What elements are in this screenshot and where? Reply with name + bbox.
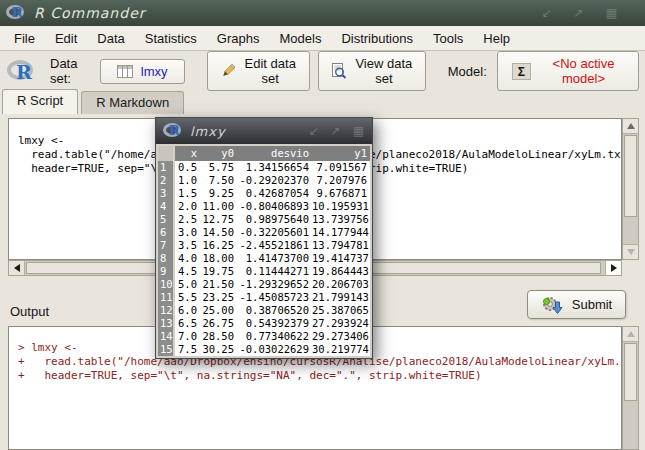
- column-header-desvio: desvio: [237, 146, 312, 161]
- title-bar: R R Commander: [0, 0, 645, 26]
- scroll-right-icon[interactable]: [605, 261, 621, 275]
- menu-item[interactable]: Distributions: [331, 27, 423, 50]
- cell-desvio: -0.80406893: [237, 200, 312, 213]
- menu-item[interactable]: Graphs: [207, 27, 270, 50]
- unmaximize-icon[interactable]: [542, 7, 552, 19]
- menu-item[interactable]: File: [4, 27, 45, 50]
- view-dataset-button[interactable]: View data set: [318, 51, 426, 91]
- menu-grid-icon[interactable]: [353, 125, 364, 137]
- cell-y0: 9.25: [200, 187, 237, 200]
- column-header-y0: y0: [200, 146, 237, 161]
- data-viewer-title-bar[interactable]: R lmxy: [156, 118, 372, 144]
- scrollbar-thumb[interactable]: [624, 343, 637, 401]
- script-tabs: R Script R Markdown: [0, 91, 645, 114]
- row-number-cell: 10: [158, 278, 175, 291]
- model-label: Model:: [448, 64, 487, 79]
- table-row: 6 3.0 14.50 -0.32205601 14.177944: [158, 226, 370, 239]
- cell-y1: 20.206703: [312, 278, 370, 291]
- cell-y1: 7.091567: [312, 161, 370, 174]
- row-number-cell: 14: [158, 330, 175, 343]
- table-row: 7 3.5 16.25 -2.45521861 13.794781: [158, 239, 370, 252]
- row-number-cell: 1: [158, 161, 175, 174]
- tab-r-script[interactable]: R Script: [2, 89, 78, 114]
- table-row: 9 4.5 19.75 0.11444271 19.864443: [158, 265, 370, 278]
- scroll-up-icon[interactable]: [623, 119, 638, 134]
- cell-desvio: 0.77340622: [237, 330, 312, 343]
- cell-y0: 18.00: [200, 252, 237, 265]
- scroll-up-icon[interactable]: [623, 327, 638, 342]
- scroll-left-icon[interactable]: [9, 261, 25, 275]
- maximize-icon[interactable]: [574, 7, 584, 19]
- cell-x: 1.5: [175, 187, 200, 200]
- cell-y1: 7.207976: [312, 174, 370, 187]
- corner-cell: [158, 146, 175, 161]
- row-number-cell: 7: [158, 239, 175, 252]
- cell-desvio: 0.42687054: [237, 187, 312, 200]
- table-row: 12 6.0 25.00 0.38706520 25.387065: [158, 304, 370, 317]
- column-header-x: x: [175, 146, 200, 161]
- cell-x: 5.0: [175, 278, 200, 291]
- cell-y0: 11.00: [200, 200, 237, 213]
- cell-y1: 14.177944: [312, 226, 370, 239]
- output-vertical-scrollbar[interactable]: [622, 326, 639, 450]
- cell-y1: 10.195931: [312, 200, 370, 213]
- cell-desvio: -1.29329652: [237, 278, 312, 291]
- row-number-cell: 9: [158, 265, 175, 278]
- maximize-icon[interactable]: [331, 125, 341, 137]
- unmaximize-icon[interactable]: [309, 125, 319, 137]
- active-dataset-button[interactable]: lmxy: [100, 59, 185, 84]
- cell-x: 4.5: [175, 265, 200, 278]
- cell-y1: 13.794781: [312, 239, 370, 252]
- cell-desvio: -1.45085723: [237, 291, 312, 304]
- cell-x: 6.5: [175, 317, 200, 330]
- table-row: 5 2.5 12.75 0.98975640 13.739756: [158, 213, 370, 226]
- cell-y1: 19.414737: [312, 252, 370, 265]
- data-viewer-window: R lmxy x y0 desvio y1: [155, 117, 373, 359]
- table-row: 2 1.0 7.50 -0.29202370 7.207976: [158, 174, 370, 187]
- tab-r-markdown[interactable]: R Markdown: [81, 91, 184, 114]
- menu-item[interactable]: Tools: [423, 27, 473, 50]
- scroll-down-icon[interactable]: [623, 244, 638, 259]
- table-row: 8 4.0 18.00 1.41473700 19.414737: [158, 252, 370, 265]
- menu-grid-icon[interactable]: [606, 7, 617, 19]
- cell-desvio: -2.45521861: [237, 239, 312, 252]
- submit-label: Submit: [572, 297, 612, 312]
- cell-y1: 29.273406: [312, 330, 370, 343]
- cell-x: 4.0: [175, 252, 200, 265]
- menu-item[interactable]: Statistics: [135, 27, 207, 50]
- cell-x: 5.5: [175, 291, 200, 304]
- menu-item[interactable]: Help: [473, 27, 520, 50]
- script-vertical-scrollbar[interactable]: [622, 118, 639, 260]
- data-table-header-row: x y0 desvio y1: [158, 146, 370, 161]
- cell-y1: 30.219774: [312, 343, 370, 356]
- cell-y1: 27.293924: [312, 317, 370, 330]
- menu-bar: FileEditDataStatisticsGraphsModelsDistri…: [0, 26, 645, 51]
- cell-x: 3.0: [175, 226, 200, 239]
- cell-desvio: 0.54392379: [237, 317, 312, 330]
- menu-item[interactable]: Data: [87, 27, 134, 50]
- menu-item[interactable]: Models: [269, 27, 331, 50]
- table-row: 11 5.5 23.25 -1.45085723 21.799143: [158, 291, 370, 304]
- row-number-cell: 12: [158, 304, 175, 317]
- row-number-cell: 2: [158, 174, 175, 187]
- cell-y0: 23.25: [200, 291, 237, 304]
- data-viewer-body: x y0 desvio y1 1 0.5 5.75 1.34156654: [156, 144, 372, 358]
- scrollbar-thumb[interactable]: [624, 135, 637, 217]
- data-table: x y0 desvio y1 1 0.5 5.75 1.34156654: [158, 146, 370, 356]
- table-row: 14 7.0 28.50 0.77340622 29.273406: [158, 330, 370, 343]
- row-number-cell: 15: [158, 343, 175, 356]
- edit-dataset-label: Edit data set: [244, 56, 297, 86]
- cell-y0: 16.25: [200, 239, 237, 252]
- cell-y0: 28.50: [200, 330, 237, 343]
- cell-y1: 19.864443: [312, 265, 370, 278]
- table-row: 1 0.5 5.75 1.34156654 7.091567: [158, 161, 370, 174]
- edit-dataset-button[interactable]: Edit data set: [207, 51, 310, 91]
- cell-desvio: 0.98975640: [237, 213, 312, 226]
- table-row: 15 7.5 30.25 -0.03022629 30.219774: [158, 343, 370, 356]
- menu-item[interactable]: Edit: [45, 27, 87, 50]
- cell-y0: 25.00: [200, 304, 237, 317]
- magnifier-document-icon: [331, 63, 347, 79]
- active-model-button[interactable]: Σ <No active model>: [497, 51, 639, 91]
- submit-button[interactable]: Submit: [527, 290, 626, 319]
- row-number-cell: 6: [158, 226, 175, 239]
